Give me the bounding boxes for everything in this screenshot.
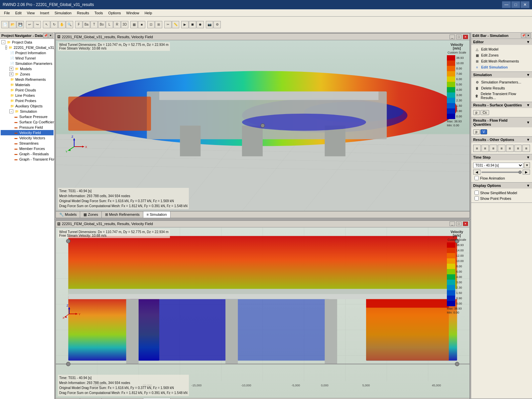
timestep-expand-btn[interactable]: ▼ (524, 162, 530, 168)
timestep-title[interactable]: Time Step ▼ (471, 154, 532, 160)
other-btn-4[interactable]: ≡ (498, 145, 505, 152)
ts-nav-next[interactable]: ▶ (523, 170, 530, 175)
vp-top-tab-sim[interactable]: ≡ Simulation (143, 211, 171, 218)
minimize-button[interactable]: — (502, 1, 511, 8)
tree-item-line-probes[interactable]: 📁 Line Probes (1, 93, 54, 98)
editor-edit-simulation[interactable]: ≡ Edit Simulation (473, 64, 530, 70)
menu-tools[interactable]: Tools (92, 10, 106, 16)
right-panel-pin[interactable]: 📌 (521, 33, 526, 38)
tree-item-pressure-field[interactable]: ▬ Pressure Field (1, 125, 54, 130)
tb-select[interactable]: ↖ (43, 21, 50, 28)
flow-velocity-btn[interactable]: V (480, 129, 487, 134)
tb-record[interactable]: ⏺ (197, 21, 204, 28)
tree-item-streamlines[interactable]: ▬ Streamlines (1, 141, 54, 146)
vp-top-tab-models[interactable]: 🔧 Models (56, 211, 80, 218)
tree-item-project[interactable]: - 📁 22201_FEM_Global_v31_res... (1, 45, 54, 50)
vp-top-tab-zones[interactable]: ▦ Zones (80, 211, 102, 218)
other-btn-1[interactable]: ≡ (473, 145, 481, 152)
sim-delete-results[interactable]: 🗑 Delete Results (473, 85, 530, 91)
tb-fit-all[interactable]: ⊡ (147, 21, 155, 28)
viewport-top-content[interactable]: X Z Y Wind Tunnel Dimensions (56, 40, 469, 211)
tree-item-materials[interactable]: 📁 Materials (1, 82, 54, 87)
tree-item-project-data[interactable]: - 📁 Project Data (1, 40, 54, 45)
tree-item-mesh-refinements[interactable]: 📁 Mesh Refinements (1, 77, 54, 82)
other-btn-3[interactable]: ≡ (489, 145, 497, 152)
viewport-bottom-close[interactable]: ✕ (463, 221, 468, 226)
menu-file[interactable]: File (1, 10, 13, 16)
menu-help[interactable]: Help (142, 10, 155, 16)
tree-item-zones[interactable]: + 📁 Zones (1, 71, 54, 77)
tree-item-project-info[interactable]: 📄 Project Information (1, 50, 54, 56)
tb-open[interactable]: 📂 (9, 21, 16, 28)
tree-item-point-clouds[interactable]: 📁 Point Clouds (1, 87, 54, 93)
menu-view[interactable]: View (24, 10, 38, 16)
tb-stop[interactable]: ⏹ (189, 21, 196, 28)
display-options-title[interactable]: Display Options ▼ (471, 183, 532, 189)
right-panel-close[interactable]: ✕ (526, 33, 531, 38)
tb-new[interactable]: 📄 (1, 21, 9, 28)
timestep-select[interactable]: T031 - 40.94 [s] T030 - 39.94 [s] T029 -… (473, 163, 523, 168)
viewport-bottom-content[interactable]: -25,000 -20,000 -15,000 -10,000 -5,000 0… (56, 227, 469, 398)
tb-view-front[interactable]: F (75, 21, 82, 28)
flow-pressure-btn[interactable]: p (473, 129, 480, 134)
flow-animation-checkbox[interactable] (474, 176, 479, 180)
maximize-button[interactable]: □ (511, 1, 520, 8)
tb-measure[interactable]: 📏 (172, 21, 179, 28)
tb-view-bottom[interactable]: Bo (98, 21, 105, 28)
surface-pressure-btn[interactable]: p (473, 110, 480, 115)
results-surface-title[interactable]: Results - Surface Quantities ▼ (471, 102, 532, 108)
expand-icon[interactable]: - (1, 40, 5, 44)
tb-save[interactable]: 💾 (17, 21, 24, 28)
tb-solid[interactable]: ■ (138, 21, 145, 28)
tree-item-auxiliary[interactable]: 📁 Auxiliary Objects (1, 103, 54, 109)
tb-clip[interactable]: ✂ (164, 21, 172, 28)
other-btn-5[interactable]: ≡ (506, 145, 514, 152)
tree-item-graph-transient[interactable]: ▬ Graph - Transient Flow (1, 157, 54, 162)
show-point-probes-checkbox[interactable] (474, 196, 479, 200)
expand-icon[interactable]: - (9, 109, 13, 113)
sim-delete-transient[interactable]: 🗑 Delete Transient Flow Results... (473, 91, 530, 100)
viewport-bottom-scene[interactable]: -25,000 -20,000 -15,000 -10,000 -5,000 0… (56, 227, 469, 398)
left-panel-close[interactable]: ✕ (48, 33, 53, 38)
tree-item-point-probes[interactable]: 📁 Point Probes (1, 98, 54, 103)
editor-edit-mesh[interactable]: ⊞ Edit Mesh Refinements (473, 58, 530, 64)
results-flow-title[interactable]: Results - Flow Field Quantities ▼ (471, 117, 532, 127)
tb-view-right[interactable]: R (113, 21, 121, 28)
editor-edit-model[interactable]: △ Edit Model (473, 46, 530, 52)
close-button[interactable]: ✕ (521, 1, 529, 8)
menu-window[interactable]: Window (124, 10, 142, 16)
tb-fit-selected[interactable]: ⊞ (155, 21, 162, 28)
viewport-top-maximize[interactable]: □ (456, 35, 462, 39)
tree-item-member-forces[interactable]: ▬ Member Forces (1, 146, 54, 151)
other-btn-2[interactable]: ≡ (481, 145, 489, 152)
tb-settings[interactable]: ⚙ (213, 21, 221, 28)
viewport-top-minimize[interactable]: _ (450, 35, 455, 39)
tree-item-models[interactable]: + 📁 Models (1, 66, 54, 71)
tb-play[interactable]: ▶ (181, 21, 189, 28)
results-other-title[interactable]: Results - Other Options ▼ (471, 137, 532, 143)
viewport-top-scene[interactable]: X Z Y Wind Tunnel Dimensions (56, 40, 469, 211)
editor-edit-zones[interactable]: ▦ Edit Zones (473, 52, 530, 58)
expand-icon[interactable]: + (9, 72, 13, 76)
tb-pan[interactable]: ✋ (58, 21, 66, 28)
sim-params-item[interactable]: ⚙ Simulation Parameters... (473, 79, 530, 85)
tree-item-wind-tunnel[interactable]: 📄 Wind Tunnel (1, 56, 54, 61)
tb-rotate[interactable]: ↻ (51, 21, 58, 28)
menu-results[interactable]: Results (74, 10, 92, 16)
tb-undo[interactable]: ↩ (26, 21, 33, 28)
tree-item-surface-pressure[interactable]: ▬ Surface Pressure (1, 114, 54, 119)
tb-view-back[interactable]: Ba (83, 21, 90, 28)
menu-insert[interactable]: Insert (37, 10, 52, 16)
tb-wireframe[interactable]: ▦ (130, 21, 138, 28)
surface-cp-btn[interactable]: Cs (480, 110, 489, 115)
tb-view-top[interactable]: T (90, 21, 98, 28)
tree-item-simulation[interactable]: - 📁 Simulation (1, 109, 54, 114)
tree-item-velocity-vectors[interactable]: ▬ Velocity Vectors (1, 135, 54, 141)
tb-view-left[interactable]: L (106, 21, 113, 28)
tree-item-velocity-field[interactable]: ▬ Velocity Field (1, 130, 54, 135)
tree-item-graph-residuals[interactable]: ▬ Graph - Residuals (1, 151, 54, 157)
menu-options[interactable]: Options (106, 10, 124, 16)
tree-item-sim-params[interactable]: 📄 Simulation Parameters (1, 61, 54, 66)
tb-screenshot[interactable]: 📷 (206, 21, 213, 28)
viewport-top-close[interactable]: ✕ (463, 35, 468, 39)
